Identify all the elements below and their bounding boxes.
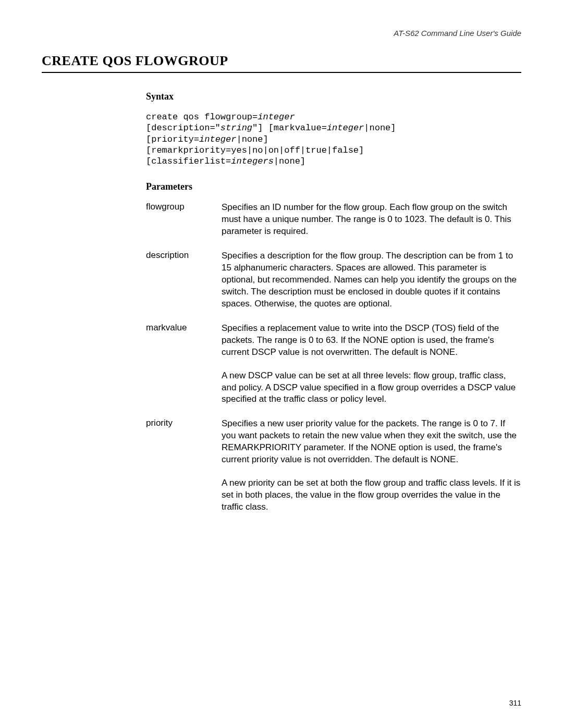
code-placeholder: string bbox=[221, 123, 252, 133]
syntax-code: create qos flowgroup=integer [descriptio… bbox=[146, 112, 521, 167]
code-text: [remarkpriority=yes|no|on|off|true|false… bbox=[146, 145, 364, 155]
code-text: |none] bbox=[274, 156, 305, 166]
param-desc: Specifies a new user priority value for … bbox=[222, 418, 521, 513]
syntax-heading: Syntax bbox=[146, 91, 521, 102]
param-row: flowgroup Specifies an ID number for the… bbox=[146, 202, 521, 238]
param-row: markvalue Specifies a replacement value … bbox=[146, 323, 521, 406]
code-placeholder: integer bbox=[327, 123, 364, 133]
page-title: CREATE QOS FLOWGROUP bbox=[42, 53, 521, 73]
param-paragraph: Specifies a new user priority value for … bbox=[222, 418, 521, 466]
page-number: 311 bbox=[509, 699, 521, 707]
param-row: priority Specifies a new user priority v… bbox=[146, 418, 521, 513]
code-text: |none] bbox=[236, 134, 268, 144]
param-paragraph: Specifies an ID number for the flow grou… bbox=[222, 202, 521, 238]
param-paragraph: A new priority can be set at both the fl… bbox=[222, 477, 521, 513]
code-placeholder: integer bbox=[258, 112, 295, 122]
document-page: AT-S62 Command Line User's Guide CREATE … bbox=[0, 0, 563, 728]
code-text: [classifierlist= bbox=[146, 156, 231, 166]
code-text: "] [markvalue= bbox=[252, 123, 327, 133]
param-name: description bbox=[146, 250, 222, 310]
code-text: [description=" bbox=[146, 123, 221, 133]
code-text: [priority= bbox=[146, 134, 199, 144]
code-text: create qos flowgroup= bbox=[146, 112, 258, 122]
code-text: |none] bbox=[364, 123, 396, 133]
param-name: markvalue bbox=[146, 323, 222, 406]
content-area: Syntax create qos flowgroup=integer [des… bbox=[146, 91, 521, 513]
header-guide-title: AT-S62 Command Line User's Guide bbox=[42, 29, 521, 38]
param-paragraph: Specifies a replacement value to write i… bbox=[222, 323, 521, 359]
param-paragraph: Specifies a description for the flow gro… bbox=[222, 250, 521, 310]
code-placeholder: integers bbox=[231, 156, 274, 166]
param-desc: Specifies a replacement value to write i… bbox=[222, 323, 521, 406]
param-name: flowgroup bbox=[146, 202, 222, 238]
param-desc: Specifies an ID number for the flow grou… bbox=[222, 202, 521, 238]
param-name: priority bbox=[146, 418, 222, 513]
code-placeholder: integer bbox=[199, 134, 236, 144]
param-paragraph: A new DSCP value can be set at all three… bbox=[222, 370, 521, 406]
param-desc: Specifies a description for the flow gro… bbox=[222, 250, 521, 310]
param-row: description Specifies a description for … bbox=[146, 250, 521, 310]
parameters-heading: Parameters bbox=[146, 181, 521, 192]
